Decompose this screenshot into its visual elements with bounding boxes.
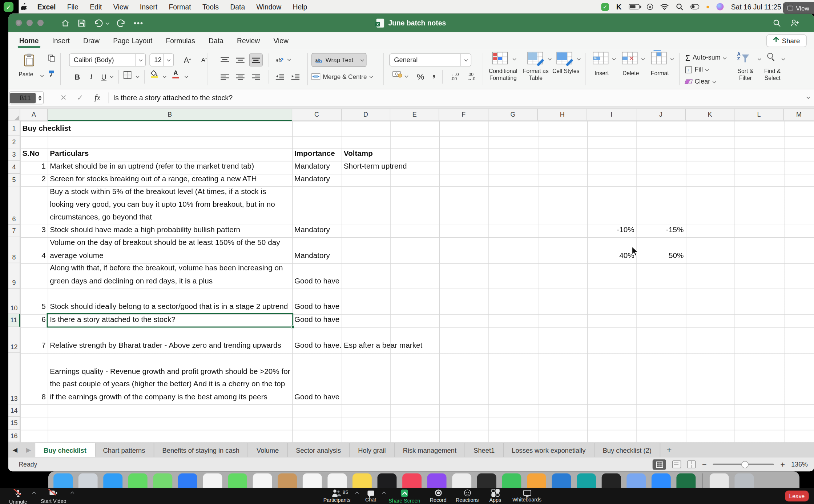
row-header-13[interactable]: 13 [8,353,20,404]
formula-bar-expand-chevron[interactable] [806,95,810,98]
zoom-view-button[interactable]: View [783,2,814,14]
row-header-12[interactable]: 12 [8,327,20,353]
hotspot-icon[interactable] [647,4,653,10]
name-box-stepper[interactable] [36,92,43,104]
home-quick-icon[interactable] [61,19,70,27]
select-all-corner[interactable] [8,109,20,120]
insert-cells-button[interactable] [593,52,608,64]
close-window-button[interactable] [16,20,22,26]
menu-edit[interactable]: Edit [84,3,108,11]
cell-b5[interactable]: Screen for stocks breaking out of a rang… [48,174,292,186]
column-header-g[interactable]: G [488,109,538,120]
cell-d3[interactable]: Voltamp [342,149,390,161]
tab-page-layout[interactable]: Page Layout [106,32,159,49]
spreadsheet-grid[interactable]: A B C D E F G H I J K L M 1 2 3 4 5 6 7 … [8,109,814,443]
fill-color-button[interactable] [150,70,158,78]
status-k-app-icon[interactable]: K [616,3,621,11]
shrink-font-button[interactable]: Aˇ [197,53,211,66]
share-button[interactable]: Share [766,34,807,47]
cell-c12[interactable]: Good to have. Esp after a bear market [292,327,448,353]
insert-cells-label[interactable]: Insert [589,70,614,77]
start-video-button[interactable]: Start Video [34,488,73,504]
cell-styles-button[interactable] [556,52,572,64]
minimize-window-button[interactable] [27,20,33,26]
tab-formulas[interactable]: Formulas [159,32,202,49]
sheet-tab-sector-analysis[interactable]: Sector analysis [287,443,350,457]
format-as-table-button[interactable] [527,52,543,64]
insert-function-icon[interactable]: fx [94,93,100,102]
delete-cells-chevron[interactable] [641,57,645,60]
tab-review[interactable]: Review [230,32,266,49]
cell-i7[interactable]: -10% [587,225,637,237]
name-box[interactable]: B11 [9,91,44,104]
align-left-button[interactable] [218,70,231,83]
cell-b8[interactable]: Volume on the day of breakout should be … [48,237,292,263]
underline-chevron[interactable] [110,74,113,78]
cell-c10[interactable]: Good to have [292,289,342,314]
add-sheet-button[interactable]: + [660,443,678,457]
tab-data[interactable]: Data [202,32,230,49]
format-as-table-label[interactable]: Format as Table [519,68,553,81]
formula-input[interactable]: Is there a story attached to the stock? [113,94,233,101]
row-header-8[interactable]: 8 [8,237,20,263]
column-header-i[interactable]: I [587,109,637,120]
autosum-label[interactable]: Auto-sum [693,54,720,61]
sort-filter-label[interactable]: Sort & Filter [733,68,758,81]
leave-meeting-button[interactable]: Leave [785,491,809,501]
delete-cells-button[interactable]: ✕ [622,52,637,64]
undo-dropdown-chevron[interactable] [106,21,109,24]
row-header-6[interactable]: 6 [8,186,20,225]
menu-view[interactable]: View [108,3,134,11]
zoom-level-label[interactable]: 136% [791,461,808,468]
presence-share-icon[interactable] [791,19,799,27]
cell-a12[interactable]: 7 [20,327,48,353]
insert-cells-chevron[interactable] [612,57,616,60]
row-header-10[interactable]: 10 [8,289,20,314]
sheet-scroll-left-button[interactable]: ◀ [8,443,22,457]
sort-filter-button[interactable]: A Z [737,52,749,61]
copy-icon[interactable] [48,55,55,62]
menu-help[interactable]: Help [287,3,313,11]
zoom-window-button[interactable] [37,20,44,26]
font-color-button[interactable]: A [172,70,179,78]
unmute-button[interactable]: Unmute [2,488,35,504]
cell-d4[interactable]: Short-term uptrend [342,161,435,174]
cell-b10[interactable]: Stock should ideally belong to a sector/… [48,289,292,314]
paste-dropdown-chevron[interactable] [40,73,44,77]
autosum-chevron[interactable] [723,56,726,59]
cell-b6[interactable]: Buy a stock within 5% of the breakout le… [48,186,292,225]
reactions-button[interactable]: Reactions [452,488,483,504]
row-header-4[interactable]: 4 [8,161,20,174]
conditional-formatting-label[interactable]: Conditional Formatting [482,68,524,81]
cell-c5[interactable]: Mandatory [292,174,342,186]
cell-c8[interactable]: Mandatory [292,237,342,263]
zoom-out-button[interactable]: − [702,460,707,469]
selected-cell-outline[interactable] [47,313,294,327]
cell-b13[interactable]: Earnings quality - Revenue growth and pr… [48,353,292,404]
clear-chevron[interactable] [713,80,716,83]
find-select-label[interactable]: Find & Select [760,68,785,81]
format-as-table-chevron[interactable] [548,57,551,60]
font-name-combobox[interactable]: Calibri (Body) [69,53,146,66]
cell-j8[interactable]: 50% [636,237,686,263]
sheet-tab-holy-grail[interactable]: Holy grail [350,443,394,457]
row-header-3[interactable]: 3 [8,149,20,161]
menu-data[interactable]: Data [225,3,251,11]
increase-indent-button[interactable] [289,70,302,83]
align-middle-button[interactable] [234,53,247,66]
column-header-k[interactable]: K [686,109,734,120]
bold-button[interactable]: B [72,70,83,83]
zoom-slider-knob[interactable] [741,461,748,468]
menu-format[interactable]: Format [163,3,197,11]
wrap-text-button[interactable]: ab Wrap Text [311,53,366,67]
sheet-tab-chart-patterns[interactable]: Chart patterns [95,443,154,457]
align-center-button[interactable] [234,70,247,83]
cell-a13[interactable]: 8 [20,353,48,404]
row-header-2[interactable]: 2 [8,136,20,148]
column-header-h[interactable]: H [538,109,587,120]
battery-icon[interactable] [629,4,640,9]
sheet-tab-benefits-of-staying-in-cash[interactable]: Benefits of staying in cash [154,443,249,457]
borders-chevron[interactable] [136,74,139,78]
number-format-combobox[interactable]: General [389,53,471,66]
video-options-chevron[interactable] [70,492,74,495]
